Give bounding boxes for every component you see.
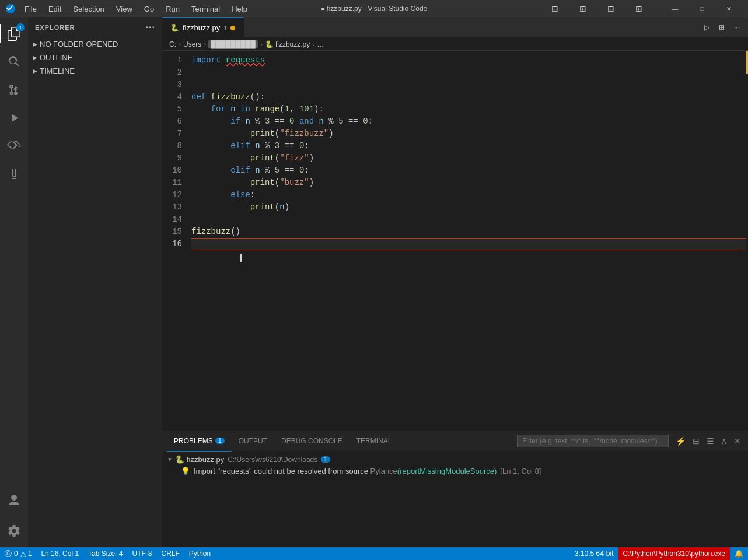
error-icon: ⓪ (5, 549, 12, 559)
problem-message: Import "requests" could not be resolved … (194, 467, 370, 475)
customize-layout-btn[interactable]: ⊞ (625, 0, 652, 18)
problems-filter-input[interactable] (517, 435, 669, 447)
line-num-16: 16 (162, 238, 182, 250)
activity-account[interactable] (0, 487, 28, 514)
code-content[interactable]: import requests def fizzbuzz(): for n in… (187, 51, 748, 430)
tab-number: 1 (223, 24, 227, 32)
activity-settings[interactable] (0, 517, 28, 545)
panel-content: ▼ 🐍 fizzbuzz.py C:\Users\ws6210\Download… (162, 452, 748, 547)
sidebar-item-no-folder[interactable]: ▶ NO FOLDER OPENED (28, 37, 162, 51)
breadcrumb-file[interactable]: 🐍fizzbuzz.py (265, 40, 310, 48)
warning-icon: 💡 (181, 467, 190, 475)
move-panel-up-icon[interactable]: ∧ (719, 435, 729, 447)
panel-tab-debug-console[interactable]: DEBUG CONSOLE (274, 431, 349, 452)
breadcrumb-drive[interactable]: C: (169, 40, 176, 48)
panel: PROBLEMS 1 OUTPUT DEBUG CONSOLE TERMINAL… (162, 430, 748, 547)
status-language[interactable]: Python (184, 547, 215, 560)
panel-tab-problems[interactable]: PROBLEMS 1 (167, 431, 232, 452)
status-python-version[interactable]: 3.10.5 64-bit (570, 547, 618, 560)
problem-file-name: fizzbuzz.py (187, 455, 224, 464)
panel-tabs: PROBLEMS 1 OUTPUT DEBUG CONSOLE TERMINAL… (162, 431, 748, 452)
code-editor[interactable]: 1 2 3 4 5 6 7 8 9 10 11 12 13 14 15 16 (162, 51, 748, 430)
status-tab-size[interactable]: Tab Size: 4 (83, 547, 127, 560)
breadcrumb-username[interactable]: █████████ (208, 40, 258, 48)
line-num-13: 13 (162, 201, 182, 214)
line-num-15: 15 (162, 226, 182, 238)
encoding-label: UTF-8 (132, 550, 152, 558)
line-num-10: 10 (162, 164, 182, 177)
sidebar: EXPLORER ··· ▶ NO FOLDER OPENED ▶ OUTLIN… (28, 18, 162, 547)
menu-run[interactable]: Run (161, 4, 184, 15)
chevron-right-icon: ▶ (33, 41, 37, 47)
activity-run-debug[interactable] (0, 104, 28, 132)
tab-fizzbuzz-py[interactable]: 🐍 fizzbuzz.py 1 (162, 18, 244, 38)
breadcrumb-sep: › (312, 40, 314, 48)
breadcrumb-sep: › (204, 40, 206, 48)
breadcrumb-users[interactable]: Users (183, 40, 201, 48)
status-encoding[interactable]: UTF-8 (127, 547, 156, 560)
line-num-11: 11 (162, 177, 182, 189)
activity-search[interactable] (0, 48, 28, 76)
activity-source-control[interactable] (0, 76, 28, 104)
sidebar-more-button[interactable]: ··· (146, 22, 155, 33)
activity-extensions[interactable] (0, 132, 28, 160)
menu-view[interactable]: View (111, 4, 137, 15)
tab-size-label: Tab Size: 4 (88, 550, 123, 558)
panel-icons: ⚡ ⊟ ☰ ∧ ✕ (673, 435, 743, 447)
breadcrumb-sep: › (260, 40, 263, 48)
status-errors-warnings[interactable]: ⓪ 0 △ 1 (0, 547, 36, 560)
toggle-panel-btn[interactable]: ⊟ (597, 0, 624, 18)
sidebar-item-timeline[interactable]: ▶ TIMELINE (28, 64, 162, 78)
toggle-primary-sidebar-btn[interactable]: ⊞ (569, 0, 596, 18)
panel-tab-output-label: OUTPUT (239, 437, 267, 445)
menu-help[interactable]: Help (227, 4, 252, 15)
maximize-btn[interactable]: □ (688, 0, 715, 18)
close-panel-icon[interactable]: ✕ (732, 435, 743, 447)
activity-explorer[interactable]: 1 (0, 20, 28, 48)
panel-tab-terminal[interactable]: TERMINAL (349, 431, 399, 452)
tab-label: fizzbuzz.py (183, 23, 220, 32)
status-cursor-position[interactable]: Ln 16, Col 1 (36, 547, 83, 560)
line-num-4: 4 (162, 91, 182, 103)
line-num-9: 9 (162, 152, 182, 164)
code-line-9: print("fizz") (191, 152, 748, 164)
menu-terminal[interactable]: Terminal (187, 4, 225, 15)
minimize-btn[interactable]: — (662, 0, 688, 18)
activity-testing[interactable] (0, 160, 28, 188)
problem-link[interactable]: (reportMissingModuleSource) (397, 467, 497, 475)
collapse-all-icon[interactable]: ⊟ (690, 435, 702, 447)
close-btn[interactable]: ✕ (715, 0, 742, 18)
bell-icon: 🔔 (735, 550, 743, 558)
sidebar-item-outline[interactable]: ▶ OUTLINE (28, 51, 162, 64)
breadcrumb-more[interactable]: … (317, 40, 324, 48)
warning-icon: △ (20, 550, 26, 558)
menu-edit[interactable]: Edit (44, 4, 66, 15)
tab-actions: ▷ ⊞ ··· (701, 22, 748, 33)
more-panel-actions[interactable]: ☰ (704, 435, 716, 447)
tab-modified-indicator (230, 26, 235, 30)
code-line-7: print("fizzbuzz") (191, 128, 748, 140)
problem-item-1[interactable]: 💡 Import "requests" could not be resolve… (162, 465, 748, 477)
status-line-ending[interactable]: CRLF (156, 547, 184, 560)
status-python-interpreter[interactable]: C:\Python\Python310\python.exe (618, 547, 730, 560)
problem-group-fizzbuzz[interactable]: ▼ 🐍 fizzbuzz.py C:\Users\ws6210\Download… (162, 454, 748, 465)
menu-selection[interactable]: Selection (68, 4, 109, 15)
line-num-12: 12 (162, 189, 182, 201)
panel-tab-debug-label: DEBUG CONSOLE (281, 437, 342, 445)
status-notifications-bell[interactable]: 🔔 (730, 547, 748, 560)
split-editor-btn[interactable]: ⊞ (715, 22, 728, 33)
run-file-btn[interactable]: ▷ (701, 22, 713, 33)
more-actions-btn[interactable]: ··· (730, 22, 743, 33)
line-num-7: 7 (162, 128, 182, 140)
chevron-right-icon: ▶ (33, 68, 37, 74)
filter-icon[interactable]: ⚡ (673, 435, 688, 447)
status-bar: ⓪ 0 △ 1 Ln 16, Col 1 Tab Size: 4 UTF-8 C… (0, 547, 748, 560)
panel-tab-output[interactable]: OUTPUT (232, 431, 274, 452)
status-right: 3.10.5 64-bit C:\Python\Python310\python… (570, 547, 748, 560)
layout-editors-btn[interactable]: ⊟ (541, 0, 568, 18)
problem-source: Pylance (370, 467, 397, 475)
line-num-2: 2 (162, 66, 182, 79)
language-label: Python (189, 550, 211, 558)
menu-file[interactable]: File (20, 4, 41, 15)
menu-go[interactable]: Go (139, 4, 159, 15)
